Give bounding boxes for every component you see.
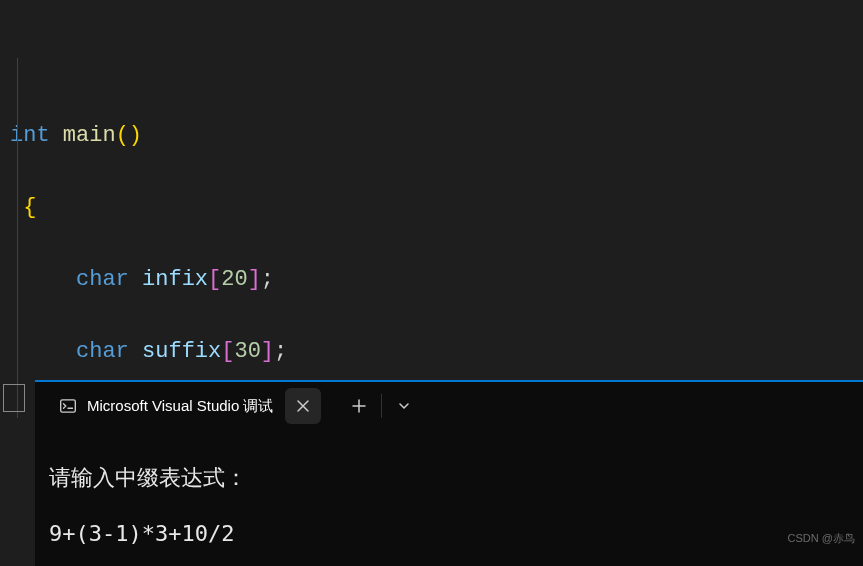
terminal-panel: Microsoft Visual Studio 调试 请输入中缀表达式： 9+(… xyxy=(35,380,863,566)
watermark: CSDN @赤鸟 xyxy=(788,531,855,546)
terminal-body[interactable]: 请输入中缀表达式： 9+(3-1)*3+10/2 后缀表达式：9 3 1 - 3… xyxy=(35,430,863,566)
terminal-tab-active[interactable]: Microsoft Visual Studio 调试 xyxy=(47,386,285,426)
code-line: char suffix[30]; xyxy=(10,334,863,370)
code-line: int main() xyxy=(10,118,863,154)
tab-dropdown-button[interactable] xyxy=(386,388,422,424)
code-line: char infix[20]; xyxy=(10,262,863,298)
add-tab-button[interactable] xyxy=(341,388,377,424)
code-line: { xyxy=(10,190,863,226)
svg-rect-0 xyxy=(61,400,76,412)
divider xyxy=(381,394,382,418)
terminal-tab-title: Microsoft Visual Studio 调试 xyxy=(87,397,273,416)
terminal-line: 请输入中缀表达式： xyxy=(49,464,849,492)
close-tab-button[interactable] xyxy=(285,388,321,424)
terminal-tabs: Microsoft Visual Studio 调试 xyxy=(35,382,863,430)
terminal-line: 9+(3-1)*3+10/2 xyxy=(49,520,849,548)
terminal-icon xyxy=(59,397,77,415)
